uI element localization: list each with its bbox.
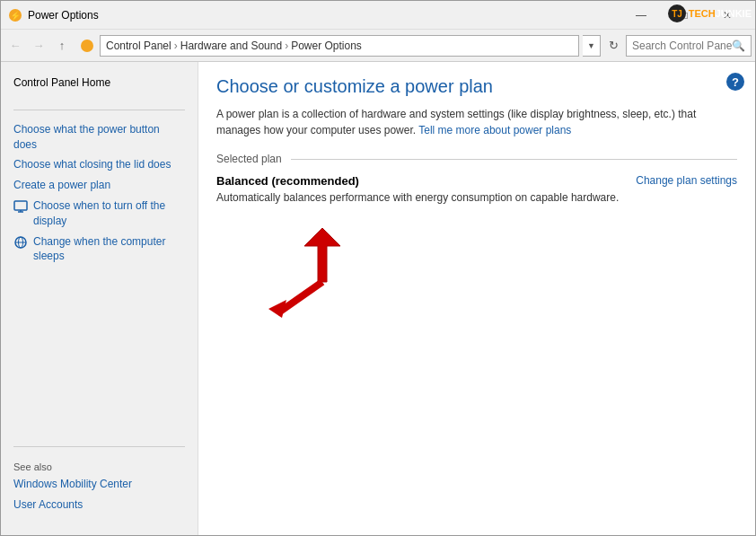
svg-text:⚡: ⚡ xyxy=(10,10,22,22)
sidebar-item-turn-off-display-label: Choose when to turn off the display xyxy=(33,198,185,229)
refresh-button[interactable]: ↻ xyxy=(602,35,624,57)
back-button[interactable]: ← xyxy=(4,35,26,57)
address-bar: ← → ↑ Control Panel › Hardware and Sound… xyxy=(1,30,755,62)
change-plan-link[interactable]: Change plan settings xyxy=(636,174,737,187)
watermark: TJ TECHJUNKIE xyxy=(668,4,752,22)
svg-rect-5 xyxy=(14,201,27,210)
address-dropdown-button[interactable]: ▼ xyxy=(583,35,601,57)
svg-marker-11 xyxy=(304,228,340,282)
breadcrumb-control-panel[interactable]: Control Panel xyxy=(106,40,171,52)
search-box[interactable]: 🔍 xyxy=(626,35,752,57)
page-title: Choose or customize a power plan xyxy=(216,76,737,97)
breadcrumb-hardware-sound[interactable]: Hardware and Sound xyxy=(180,40,282,52)
title-bar: ⚡ Power Options — □ ✕ xyxy=(1,1,755,30)
sidebar-divider-1 xyxy=(13,110,185,110)
sidebar-bottom: See also Windows Mobility Center User Ac… xyxy=(1,437,198,524)
selected-plan-label: Selected plan xyxy=(216,153,282,165)
sidebar-item-computer-sleeps-label: Change when the computer sleeps xyxy=(33,234,185,265)
plan-name: Balanced (recommended) xyxy=(216,174,619,188)
svg-marker-13 xyxy=(268,300,286,318)
techjunkie-logo-icon: TJ xyxy=(668,4,686,22)
window-icon: ⚡ xyxy=(8,8,22,22)
sidebar-divider-2 xyxy=(13,446,185,447)
plan-divider xyxy=(291,159,737,160)
svg-text:TJ: TJ xyxy=(672,9,682,19)
forward-button[interactable]: → xyxy=(28,35,49,57)
learn-more-link[interactable]: Tell me more about power plans xyxy=(418,124,571,136)
search-input[interactable] xyxy=(632,40,732,52)
svg-line-12 xyxy=(277,282,322,313)
content-area: ? Choose or customize a power plan A pow… xyxy=(198,62,755,535)
see-also-label: See also xyxy=(1,456,198,474)
sidebar-item-closing-lid[interactable]: Choose what closing the lid does xyxy=(1,154,198,175)
selected-plan-section: Selected plan Balanced (recommended) Aut… xyxy=(216,153,737,204)
plan-description: Automatically balances performance with … xyxy=(216,191,619,204)
breadcrumb[interactable]: Control Panel › Hardware and Sound › Pow… xyxy=(100,35,579,57)
monitor-icon xyxy=(13,199,28,214)
sidebar-item-user-accounts[interactable]: User Accounts xyxy=(1,495,198,515)
breadcrumb-power-options[interactable]: Power Options xyxy=(291,40,362,52)
search-icon: 🔍 xyxy=(732,40,745,52)
sidebar: Control Panel Home Choose what the power… xyxy=(1,62,198,535)
plan-row: Balanced (recommended) Automatically bal… xyxy=(216,174,737,204)
sidebar-item-power-button[interactable]: Choose what the power button does xyxy=(1,119,198,155)
sidebar-item-home[interactable]: Control Panel Home xyxy=(1,73,198,93)
watermark-label: TECHJUNKIE xyxy=(689,8,752,19)
selected-plan-header: Selected plan xyxy=(216,153,737,165)
content-description: A power plan is a collection of hardware… xyxy=(216,106,737,138)
sidebar-item-create-plan[interactable]: Create a power plan xyxy=(1,175,198,196)
sidebar-item-turn-off-display[interactable]: Choose when to turn off the display xyxy=(1,196,198,232)
red-arrow-indicator xyxy=(268,228,340,318)
help-button[interactable]: ? xyxy=(726,73,744,91)
main-area: Control Panel Home Choose what the power… xyxy=(1,62,755,535)
svg-point-4 xyxy=(81,40,93,52)
minimize-button[interactable]: — xyxy=(620,1,662,30)
sidebar-item-windows-mobility[interactable]: Windows Mobility Center xyxy=(1,474,198,495)
up-button[interactable]: ↑ xyxy=(51,35,73,57)
window-title: Power Options xyxy=(28,9,620,22)
power-options-window: TJ TECHJUNKIE ⚡ Power Options — □ ✕ ← → … xyxy=(0,0,756,536)
plan-info: Balanced (recommended) Automatically bal… xyxy=(216,174,619,204)
globe-icon xyxy=(13,235,28,250)
sidebar-item-computer-sleeps[interactable]: Change when the computer sleeps xyxy=(1,232,198,268)
breadcrumb-icon xyxy=(78,37,96,55)
